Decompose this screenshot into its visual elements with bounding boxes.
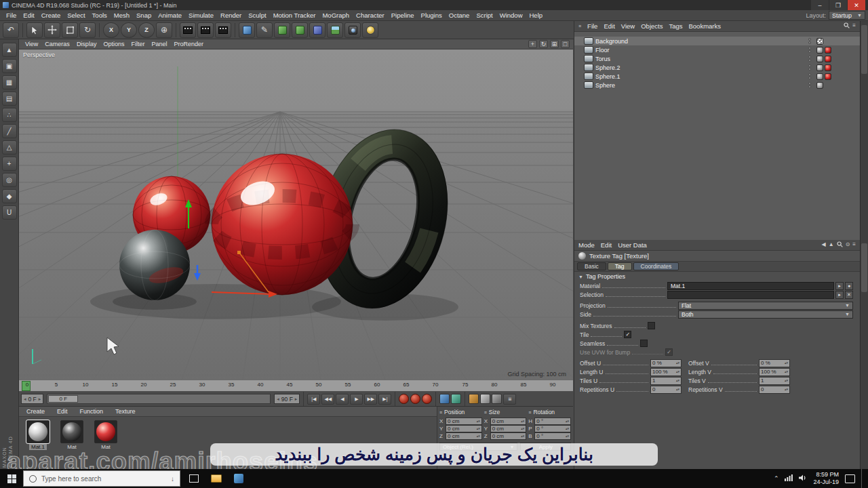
show-desktop-button[interactable]: [861, 469, 864, 488]
taskbar-clock[interactable]: 8:59 PM 24-Jul-19: [813, 471, 839, 486]
previous-key-icon[interactable]: ◀◀: [321, 394, 334, 405]
material-preview-sphere[interactable]: [26, 420, 50, 443]
keyframe-parameter-icon[interactable]: [480, 394, 490, 404]
polygons-mode-icon[interactable]: △: [2, 140, 17, 155]
enable-axis-icon[interactable]: +: [2, 157, 17, 171]
timeline-slider-thumb[interactable]: 0 F: [48, 395, 78, 403]
material-item[interactable]: Mat: [93, 420, 119, 450]
camera-icon[interactable]: [344, 22, 361, 38]
seamless-checkbox[interactable]: [640, 340, 648, 347]
side-select[interactable]: Both▼: [678, 310, 853, 319]
material-item[interactable]: Mat: [59, 420, 85, 450]
search-icon[interactable]: [844, 22, 850, 30]
texture-tag-icon[interactable]: [825, 56, 831, 62]
add-cube-icon[interactable]: [239, 22, 255, 38]
end-frame-field[interactable]: ◂90 F▸: [274, 394, 300, 404]
material-item[interactable]: Mat.1: [25, 420, 51, 450]
autokey-icon[interactable]: [410, 394, 420, 404]
subdivision-surface-icon[interactable]: [274, 22, 290, 38]
layout-select[interactable]: Startup▼: [829, 11, 865, 20]
object-name[interactable]: Background: [595, 38, 628, 45]
tab-tag[interactable]: Tag: [608, 262, 632, 270]
coordinate-field[interactable]: 0 cm▴▾: [446, 418, 482, 425]
menu-item[interactable]: Help: [526, 11, 547, 20]
attribute-menu-item[interactable]: User Data: [618, 241, 647, 249]
coordinate-field[interactable]: 0 °▴▾: [534, 418, 571, 425]
collapse-triangle-icon[interactable]: ▼: [578, 274, 583, 279]
object-row[interactable]: Torus: [574, 54, 860, 63]
object-manager-menu-item[interactable]: File: [587, 22, 597, 30]
phong-tag-icon[interactable]: [816, 56, 823, 62]
mic-icon[interactable]: ↓: [171, 475, 174, 483]
file-explorer-button[interactable]: [208, 470, 225, 487]
z-axis-lock-icon[interactable]: Z: [138, 22, 155, 38]
visibility-dots-icon[interactable]: [808, 47, 811, 53]
texture-tag-icon[interactable]: [825, 73, 831, 80]
visibility-dots-icon[interactable]: [808, 64, 811, 70]
menu-item[interactable]: Character: [353, 11, 388, 20]
coordinate-field[interactable]: 0 cm▴▾: [490, 432, 527, 440]
scale-tool-icon[interactable]: [62, 22, 78, 38]
link-triangle-icon[interactable]: ▸: [835, 282, 844, 290]
texture-tag-icon[interactable]: [825, 47, 831, 54]
material-ball-icon[interactable]: ●: [845, 282, 853, 290]
object-name[interactable]: Sphere.2: [595, 64, 620, 71]
filter-icon[interactable]: ≡: [852, 22, 856, 30]
menu-item[interactable]: Sculpt: [245, 11, 269, 20]
viewport-menu-item[interactable]: Cameras: [42, 41, 73, 47]
deformer-icon[interactable]: [309, 22, 326, 38]
tab-basic[interactable]: Basic: [577, 262, 606, 270]
timeline-ruler[interactable]: 0 5 10 15 20 25 30 35 40 45 50 55 60 65 …: [19, 380, 573, 392]
attribute-menu-item[interactable]: Mode: [578, 241, 595, 249]
coordinate-field[interactable]: 0 cm▴▾: [446, 432, 482, 440]
x-axis-lock-icon[interactable]: X: [103, 22, 119, 38]
object-manager-menu-item[interactable]: Edit: [604, 22, 614, 30]
record-options-icon[interactable]: [422, 394, 432, 404]
phong-tag-icon[interactable]: [816, 47, 823, 54]
material-menu-item[interactable]: Edit: [54, 408, 71, 415]
keyframe-position-icon[interactable]: [439, 394, 450, 404]
viewport-menu-item[interactable]: View: [22, 41, 41, 47]
viewport-solo-icon[interactable]: ◎: [2, 173, 17, 187]
visibility-dots-icon[interactable]: [808, 56, 811, 62]
viewport-menu-item[interactable]: Options: [100, 41, 127, 47]
object-row[interactable]: Sphere.2: [574, 63, 860, 72]
object-manager-menu-item[interactable]: View: [621, 22, 635, 30]
task-view-button[interactable]: [185, 470, 203, 487]
clear-icon[interactable]: ✕: [845, 291, 853, 299]
volume-icon[interactable]: [799, 474, 807, 483]
visibility-dots-icon[interactable]: [808, 73, 811, 79]
move-tool-icon[interactable]: [44, 22, 60, 38]
close-button[interactable]: ✕: [848, 0, 865, 10]
mograph-cloner-icon[interactable]: [292, 22, 308, 38]
record-keyframe-icon[interactable]: [399, 394, 409, 404]
menu-item[interactable]: Simulate: [185, 11, 217, 20]
object-name[interactable]: Sphere: [595, 82, 615, 89]
object-name[interactable]: Torus: [595, 56, 610, 62]
object-row[interactable]: Background: [574, 37, 860, 45]
menu-item[interactable]: Motion Tracker: [270, 11, 319, 20]
menu-item[interactable]: File: [3, 11, 20, 20]
viewport-3d-scene[interactable]: [19, 49, 573, 380]
material-preview-sphere[interactable]: [60, 420, 83, 443]
viewport-menu-item[interactable]: ProRender: [171, 41, 206, 47]
mix-textures-checkbox[interactable]: [648, 322, 655, 329]
coordinate-system-icon[interactable]: ⊕: [156, 22, 172, 38]
menu-item[interactable]: Edit: [20, 11, 37, 20]
menu-item[interactable]: Tools: [89, 11, 111, 20]
uv-value-field[interactable]: 0▴▾: [650, 386, 682, 394]
material-menu-item[interactable]: Create: [24, 408, 47, 415]
object-name[interactable]: Sphere.1: [595, 73, 620, 80]
material-menu-item[interactable]: Texture: [113, 408, 138, 415]
menu-item[interactable]: Mesh: [111, 11, 133, 20]
tag-properties-section[interactable]: ▼ Tag Properties: [574, 272, 860, 281]
rotate-view-icon[interactable]: ↻: [539, 40, 548, 48]
uv-value-field[interactable]: 1▴▾: [759, 377, 790, 385]
network-icon[interactable]: [785, 474, 793, 483]
timeline-slider[interactable]: 0 F: [47, 394, 271, 404]
viewport-menu-item[interactable]: Filter: [128, 41, 147, 47]
viewport-canvas[interactable]: Perspective: [19, 49, 573, 380]
object-manager-menu-item[interactable]: Bookmarks: [689, 22, 722, 30]
workplane-mode-icon[interactable]: ▤: [2, 92, 17, 106]
menu-item[interactable]: Script: [473, 11, 496, 20]
